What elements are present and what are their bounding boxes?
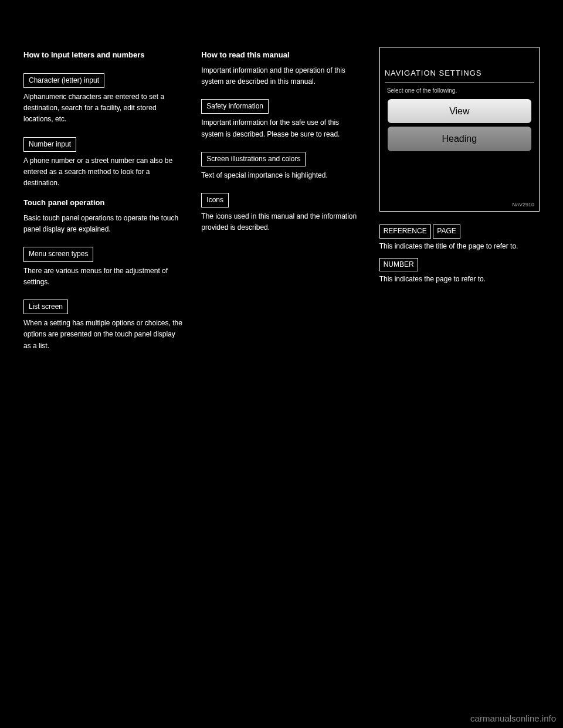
- label-menu-types: Menu screen types: [23, 247, 93, 261]
- reference-text-2: This indicates the page to refer to.: [379, 274, 540, 285]
- text-touch-panel: Basic touch panel operations to operate …: [23, 213, 184, 235]
- column-3: NAVIGATION SETTINGS Select one of the fo…: [379, 47, 540, 360]
- columns-layout: How to input letters and numbers Charact…: [23, 47, 540, 360]
- reference-label: REFERENCE: [379, 224, 431, 238]
- view-button[interactable]: View: [388, 99, 531, 124]
- text-read-manual-intro: Important information and the operation …: [201, 65, 361, 87]
- number-label: NUMBER: [379, 258, 418, 271]
- navigation-settings-screen: NAVIGATION SETTINGS Select one of the fo…: [379, 47, 540, 212]
- text-screen-colors: Text of special importance is highlighte…: [201, 170, 361, 181]
- page-label: PAGE: [433, 224, 460, 238]
- text-list-screen: When a setting has multiple options or c…: [23, 318, 184, 352]
- manual-figure-label: NAV2910: [380, 200, 539, 211]
- label-character-input: Character (letter) input: [23, 73, 104, 88]
- text-safety-info: Important information for the safe use o…: [201, 117, 361, 140]
- page-container: How to input letters and numbers Charact…: [0, 0, 563, 728]
- text-menu-types: There are various menus for the adjustme…: [23, 266, 184, 288]
- text-character-input: Alphanumeric characters are entered to s…: [23, 91, 184, 125]
- screen-title: NAVIGATION SETTINGS: [385, 67, 534, 83]
- screen-prompt: Select one of the following.: [385, 86, 534, 96]
- text-number-input: A phone number or a street number can al…: [23, 155, 184, 189]
- label-screen-colors: Screen illustrations and colors: [201, 152, 306, 166]
- heading-button[interactable]: Heading: [388, 127, 531, 151]
- text-icons: The icons used in this manual and the in…: [201, 211, 361, 233]
- topic-touch-panel: Touch panel operation: [23, 197, 184, 209]
- reference-text-1: This indicates the title of the page to …: [379, 241, 540, 252]
- label-number-input: Number input: [23, 137, 76, 152]
- label-icons: Icons: [201, 193, 229, 207]
- label-safety-info: Safety information: [201, 99, 269, 114]
- topic-input-letters: How to input letters and numbers: [23, 49, 184, 62]
- label-list-screen: List screen: [23, 300, 68, 314]
- column-1: How to input letters and numbers Charact…: [23, 47, 184, 360]
- column-2: How to read this manual Important inform…: [201, 47, 361, 360]
- topic-read-manual: How to read this manual: [201, 49, 361, 62]
- watermark: carmanualsonline.info: [470, 713, 556, 723]
